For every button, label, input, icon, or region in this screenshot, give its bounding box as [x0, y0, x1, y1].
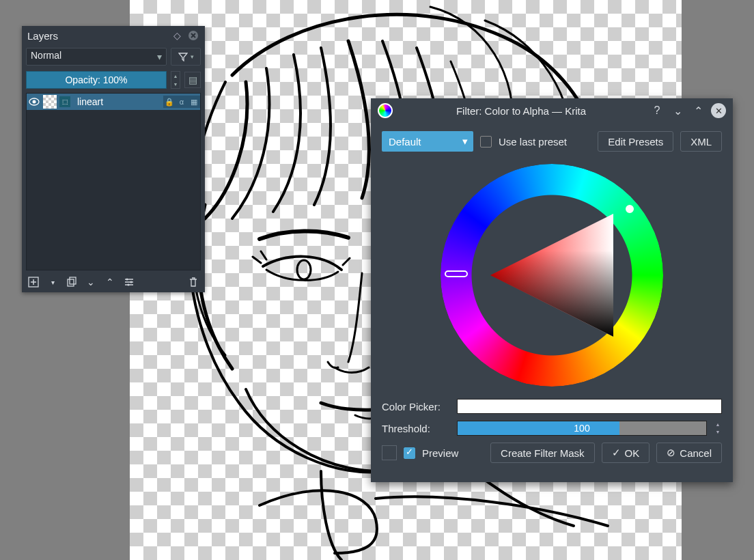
svg-point-10: [128, 284, 130, 286]
preset-value: Default: [389, 136, 421, 148]
color-picker-swatch[interactable]: [457, 399, 722, 414]
color-picker-label: Color Picker:: [382, 401, 450, 412]
svg-marker-12: [490, 214, 613, 337]
svg-rect-7: [70, 277, 76, 284]
svg-point-8: [126, 279, 128, 281]
ok-button[interactable]: ✓OK: [602, 443, 650, 463]
layer-thumbnail: [43, 95, 57, 109]
use-last-preset-checkbox[interactable]: [480, 136, 492, 148]
color-triangle[interactable]: [484, 207, 620, 344]
opacity-slider[interactable]: Opacity: 100%: [26, 71, 167, 89]
close-button[interactable]: ✕: [711, 103, 726, 118]
visibility-icon[interactable]: [27, 98, 42, 106]
layer-settings-button[interactable]: [123, 276, 135, 288]
opacity-stepper[interactable]: ▲▼: [171, 71, 180, 89]
cancel-icon: ⊘: [667, 447, 675, 459]
threshold-value: 100: [458, 423, 706, 434]
svg-point-0: [297, 260, 311, 279]
preview-checkbox[interactable]: [404, 447, 415, 459]
lock-icon[interactable]: 🔒: [163, 96, 176, 108]
xml-button[interactable]: XML: [680, 131, 722, 152]
alpha-lock-icon[interactable]: α: [176, 96, 188, 108]
layer-list[interactable]: ⬚ lineart 🔒 α ▦: [26, 93, 201, 270]
layer-item-lineart[interactable]: ⬚ lineart 🔒 α ▦: [27, 94, 200, 110]
add-layer-button[interactable]: [27, 276, 40, 288]
threshold-label: Threshold:: [382, 423, 450, 434]
use-last-preset-label: Use last preset: [499, 136, 567, 148]
check-icon: ✓: [612, 447, 621, 459]
create-filter-mask-button[interactable]: Create Filter Mask: [490, 443, 595, 463]
collapse-button[interactable]: ⌄: [670, 103, 685, 118]
duplicate-layer-button[interactable]: [66, 276, 78, 288]
float-icon[interactable]: ◇: [171, 29, 183, 42]
delete-layer-button[interactable]: [187, 276, 199, 288]
opacity-menu-button[interactable]: ▤: [184, 72, 201, 88]
preset-select[interactable]: Default: [382, 131, 473, 152]
layer-lock-icons[interactable]: 🔒 α ▦: [163, 96, 200, 108]
close-icon[interactable]: [187, 29, 199, 42]
layers-title: Layers: [27, 30, 167, 42]
move-up-button[interactable]: ⌃: [104, 276, 116, 288]
move-down-button[interactable]: ⌄: [85, 276, 97, 288]
layer-type-icon: ⬚: [59, 96, 70, 107]
preview-label: Preview: [422, 447, 458, 459]
hue-handle[interactable]: [445, 270, 468, 277]
color-wheel[interactable]: [441, 164, 663, 387]
layer-name[interactable]: lineart: [72, 96, 163, 107]
layers-title-bar[interactable]: Layers ◇: [22, 26, 205, 45]
dialog-title-bar[interactable]: Filter: Color to Alpha — Krita ? ⌄ ⌃ ✕: [371, 98, 733, 123]
sv-handle[interactable]: [626, 205, 634, 213]
layer-filter-button[interactable]: ▾: [171, 48, 201, 66]
help-button[interactable]: ?: [650, 103, 665, 118]
svg-rect-6: [68, 279, 74, 286]
add-layer-menu[interactable]: ▾: [46, 276, 59, 288]
filter-dialog: Filter: Color to Alpha — Krita ? ⌄ ⌃ ✕ D…: [371, 98, 733, 482]
svg-point-9: [130, 281, 132, 283]
svg-point-4: [33, 100, 36, 104]
blend-mode-select[interactable]: Normal: [26, 48, 167, 66]
inherit-alpha-icon[interactable]: ▦: [188, 96, 200, 108]
expand-button[interactable]: ⌃: [690, 103, 706, 118]
preview-mode-toggle[interactable]: [382, 445, 397, 460]
threshold-slider[interactable]: 100: [457, 421, 707, 436]
layers-footer: ▾ ⌄ ⌃: [22, 272, 205, 292]
threshold-stepper[interactable]: ▲▼: [714, 421, 722, 436]
edit-presets-button[interactable]: Edit Presets: [598, 131, 673, 152]
krita-logo-icon: [378, 103, 393, 118]
dialog-title: Filter: Color to Alpha — Krita: [398, 105, 644, 117]
blend-mode-value: Normal: [31, 50, 61, 61]
opacity-value: Opacity: 100%: [65, 74, 127, 85]
cancel-button[interactable]: ⊘Cancel: [656, 443, 722, 463]
layers-panel: Layers ◇ Normal ▾ Opacity: 100% ▲▼ ▤ ⬚ l…: [22, 26, 205, 292]
